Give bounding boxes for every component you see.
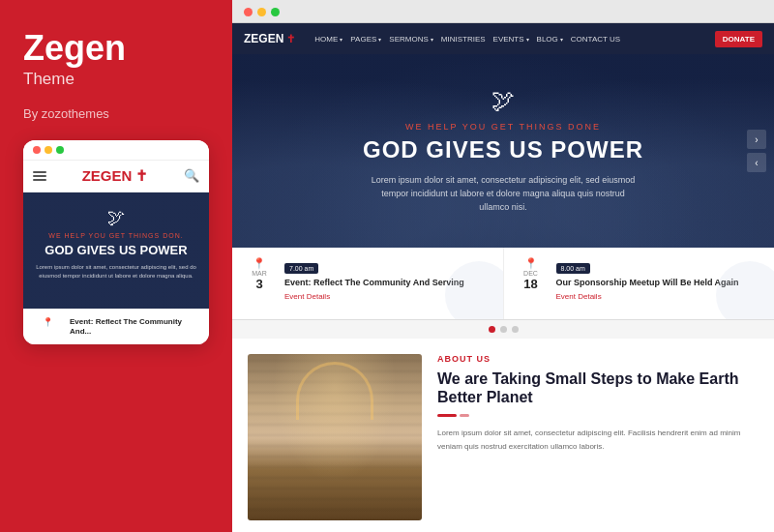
hero-content: 🕊 WE HELP YOU GET THINGS DONE GOD GIVES …	[363, 87, 643, 215]
browser-dot-yellow	[257, 8, 266, 16]
underline-bar-1	[437, 414, 457, 417]
event-2-month: Dec	[516, 270, 547, 277]
browser-dot-green	[271, 8, 280, 16]
event-2-pin-icon: 📍	[516, 257, 547, 270]
event-1-info: 7.00 am Event: Reflect The Community And…	[284, 257, 464, 301]
mobile-logo-text: ZEGEN	[82, 167, 133, 184]
event-2-details-link[interactable]: Event Details	[556, 292, 739, 301]
about-content: ABOUT US We are Taking Small Steps to Ma…	[437, 354, 759, 520]
mobile-hero-section: 🕊 WE HELP YOU GET THINGS DON. GOD GIVES …	[23, 192, 209, 309]
event-2-time: 8.00 am	[556, 263, 590, 274]
dot-3[interactable]	[512, 326, 519, 333]
hero-next-arrow[interactable]: ›	[747, 130, 766, 149]
desktop-logo-text: ZEGEN	[244, 32, 283, 45]
mobile-dove-icon: 🕊	[35, 208, 197, 228]
theme-by: By zozothemes	[23, 106, 209, 121]
mobile-logo: ZEGEN ✝	[82, 167, 149, 185]
donate-button[interactable]: DONATE	[715, 31, 762, 47]
hero-arrows: › ‹	[747, 130, 766, 172]
event-2-day: 18	[516, 277, 547, 291]
event-1-day: 3	[244, 277, 275, 291]
hero-prev-arrow[interactable]: ‹	[747, 153, 766, 172]
browser-dot-red	[244, 8, 253, 16]
hero-dove-icon: 🕊	[491, 87, 515, 114]
mobile-event-title: Event: Reflect The Community And...	[70, 317, 199, 338]
mobile-hero-headline: GOD GIVES US POWER	[35, 243, 197, 258]
right-panel: ZEGEN ✝ HOME PAGES SERMONS MINISTRIES EV…	[232, 0, 774, 532]
about-title-underline	[437, 414, 759, 417]
nav-item-home[interactable]: HOME	[314, 35, 342, 44]
church-photo	[248, 354, 422, 520]
mobile-cross-icon: ✝	[135, 167, 148, 185]
mobile-preview-card: ZEGEN ✝ 🔍 🕊 WE HELP YOU GET THINGS DON. …	[23, 140, 209, 345]
desktop-hero: 🕊 WE HELP YOU GET THINGS DONE GOD GIVES …	[232, 54, 774, 248]
theme-title: Zegen	[23, 29, 209, 68]
nav-item-pages[interactable]: PAGES	[350, 35, 381, 44]
desktop-nav: ZEGEN ✝ HOME PAGES SERMONS MINISTRIES EV…	[232, 23, 774, 54]
event-1-time: 7.00 am	[284, 263, 318, 274]
event-1-pin-icon: 📍	[244, 257, 275, 270]
nav-item-sermons[interactable]: SERMONS	[389, 35, 432, 44]
hero-tagline: WE HELP YOU GET THINGS DONE	[405, 122, 601, 132]
event-1-title: Event: Reflect The Community And Serving	[284, 278, 464, 289]
desktop-logo: ZEGEN ✝	[244, 32, 295, 45]
mobile-dot-green	[56, 146, 64, 154]
mobile-event-date: 📍	[33, 317, 62, 327]
about-image	[248, 354, 422, 520]
mobile-event-card: 📍 Event: Reflect The Community And...	[23, 309, 209, 345]
nav-item-events[interactable]: EVENTS	[493, 35, 529, 44]
dot-2[interactable]	[500, 326, 507, 333]
desktop-preview: ZEGEN ✝ HOME PAGES SERMONS MINISTRIES EV…	[232, 23, 774, 532]
event-2-info: 8.00 am Our Sponsorship Meetup Will Be H…	[556, 257, 739, 301]
about-title: We are Taking Small Steps to Make Earth …	[437, 369, 759, 406]
dot-1[interactable]	[489, 326, 495, 333]
nav-item-blog[interactable]: BLOG	[537, 35, 563, 44]
mobile-dot-yellow	[45, 146, 52, 154]
browser-chrome	[232, 0, 774, 23]
event-2-date: 📍 Dec 18	[516, 257, 547, 291]
about-body-text: Lorem ipsum dolor sit amet, consectetur …	[437, 427, 759, 453]
event-2-title: Our Sponsorship Meetup Will Be Held Agai…	[556, 278, 739, 289]
about-section: ABOUT US We are Taking Small Steps to Ma…	[232, 339, 774, 532]
nav-item-contact[interactable]: CONTACT US	[571, 35, 620, 44]
event-strip: 📍 Mar 3 7.00 am Event: Reflect The Commu…	[232, 248, 774, 320]
desktop-nav-items: HOME PAGES SERMONS MINISTRIES EVENTS BLO…	[314, 35, 704, 44]
mobile-dot-red	[33, 146, 41, 154]
theme-subtitle: Theme	[23, 70, 209, 89]
nav-item-ministries[interactable]: MINISTRIES	[441, 35, 486, 44]
about-label: ABOUT US	[437, 354, 759, 364]
event-card-2: 📍 Dec 18 8.00 am Our Sponsorship Meetup …	[504, 248, 775, 319]
mobile-hero-tagline: WE HELP YOU GET THINGS DON.	[35, 232, 197, 239]
event-1-date: 📍 Mar 3	[244, 257, 275, 291]
mobile-search-button[interactable]: 🔍	[184, 168, 199, 183]
hero-body-text: Lorem ipsum dolor sit amet, consectetur …	[368, 173, 639, 215]
mobile-hero-body: Lorem ipsum dolor sit amet, consectetur …	[35, 263, 197, 281]
mobile-chrome-bar	[23, 140, 209, 161]
underline-bar-2	[460, 414, 469, 417]
mobile-nav: ZEGEN ✝ 🔍	[23, 161, 209, 192]
event-card-1: 📍 Mar 3 7.00 am Event: Reflect The Commu…	[232, 248, 504, 319]
desktop-logo-cross: ✝	[286, 33, 295, 45]
mobile-hamburger[interactable]	[33, 171, 46, 181]
mobile-event-pin-icon: 📍	[33, 317, 62, 327]
left-panel: Zegen Theme By zozothemes ZEGEN ✝ 🔍 🕊 WE…	[0, 0, 232, 532]
pagination-dots	[232, 320, 774, 339]
event-1-details-link[interactable]: Event Details	[284, 292, 464, 301]
hero-headline: GOD GIVES US POWER	[363, 137, 643, 163]
event-1-month: Mar	[244, 270, 275, 277]
